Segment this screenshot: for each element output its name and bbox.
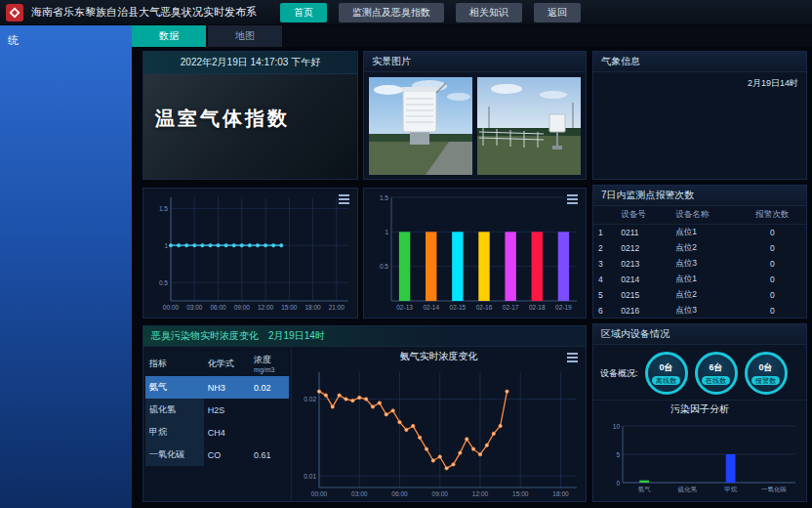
greenhouse-index-chart-panel: 0.511.500:0003:0006:0009:0012:0015:0018:… xyxy=(142,188,358,318)
svg-text:12:00: 12:00 xyxy=(258,304,274,311)
pollutant-concentration-panel: 恶臭污染物实时浓度变化 2月19日14时 指标化学式浓度mg/m3氨气NH30.… xyxy=(142,325,587,502)
chart-menu-icon[interactable] xyxy=(567,194,578,196)
svg-text:0.01: 0.01 xyxy=(304,473,316,480)
svg-text:02-19: 02-19 xyxy=(555,304,572,311)
svg-text:02-17: 02-17 xyxy=(503,304,519,311)
svg-text:03:00: 03:00 xyxy=(186,304,203,311)
page-headline: 温室气体指数 xyxy=(155,106,290,132)
svg-text:18:00: 18:00 xyxy=(304,304,321,311)
badge-alarm-count: 0台报警数 xyxy=(745,352,788,395)
alarm-table: 设备号设备名称报警次数10211点位1020212点位2030213点位3040… xyxy=(593,206,806,318)
alarm-table-row: 30213点位30 xyxy=(593,256,806,272)
svg-text:09:00: 09:00 xyxy=(432,490,449,497)
weather-body: 2月19日14时 xyxy=(593,72,806,180)
svg-text:02-14: 02-14 xyxy=(423,304,439,311)
svg-text:00:00: 00:00 xyxy=(163,304,180,311)
pollutant-row[interactable]: 硫化氢H2S xyxy=(145,399,289,421)
svg-text:12:00: 12:00 xyxy=(472,490,489,497)
daily-index-bar-chart: 0.511.502-1302-1402-1502-1602-1702-1802-… xyxy=(364,189,586,316)
pollutant-table: 指标化学式浓度mg/m3氨气NH30.02硫化氢H2S甲烷CH4一氧化碳CO0.… xyxy=(145,351,289,466)
svg-text:21:00: 21:00 xyxy=(329,304,345,311)
svg-text:1.5: 1.5 xyxy=(380,194,388,201)
svg-text:00:00: 00:00 xyxy=(311,490,328,497)
alarm-table-row: 50215点位20 xyxy=(593,287,806,303)
pollutant-row[interactable]: 氨气NH30.02 xyxy=(145,376,289,399)
greeting-panel: 2022年2月19日 14:17:03 下午好 温室气体指数 xyxy=(142,51,358,180)
alarm-table-row: 10211点位10 xyxy=(593,225,806,241)
svg-text:09:00: 09:00 xyxy=(234,304,251,311)
sidebar-label: 统 xyxy=(8,34,19,46)
alarm-panel-title: 7日内监测点报警次数 xyxy=(601,189,695,202)
svg-text:氨气: 氨气 xyxy=(638,486,652,492)
svg-text:15:00: 15:00 xyxy=(281,304,298,311)
site-photo-1 xyxy=(369,77,472,175)
chart-menu-icon[interactable] xyxy=(567,353,578,355)
svg-text:10: 10 xyxy=(613,423,621,430)
nh3-chart-title: 氨气实时浓度变化 xyxy=(292,347,586,363)
alarm-table-row: 20212点位20 xyxy=(593,240,806,256)
greeting-datetime: 2022年2月19日 14:17:03 下午好 xyxy=(143,52,357,74)
pollution-factor-chart: 0510氨气硫化氢甲烷一氧化碳 xyxy=(595,417,804,497)
svg-text:18:00: 18:00 xyxy=(552,490,569,497)
svg-text:15:00: 15:00 xyxy=(512,490,529,497)
svg-text:0.5: 0.5 xyxy=(159,279,168,286)
daily-index-bar-chart-panel: 0.511.502-1302-1402-1502-1602-1702-1802-… xyxy=(363,188,587,318)
weather-panel: 气象信息 2月19日14时 xyxy=(592,51,807,180)
badge-online-count: 6台在线数 xyxy=(695,352,738,395)
dashboard-root: 海南省乐东黎族自治县大气恶臭状况实时发布系 首页监测点及恶臭指数相关知识返回 统… xyxy=(0,0,812,508)
nav-home[interactable]: 首页 xyxy=(280,3,327,22)
svg-text:02-18: 02-18 xyxy=(529,304,546,311)
app-logo-icon xyxy=(6,4,23,21)
site-photo-2 xyxy=(477,77,581,175)
nav-back[interactable]: 返回 xyxy=(534,3,581,22)
nav-knowledge[interactable]: 相关知识 xyxy=(456,3,522,22)
svg-text:06:00: 06:00 xyxy=(391,490,408,497)
svg-text:5: 5 xyxy=(616,451,620,458)
device-overview-row: 设备概况: 0台离线数6台在线数0台报警数 xyxy=(593,345,806,400)
svg-text:硫化氢: 硫化氢 xyxy=(677,486,698,493)
svg-text:1.5: 1.5 xyxy=(159,205,168,212)
top-nav: 首页监测点及恶臭指数相关知识返回 xyxy=(280,3,581,22)
weather-timestamp: 2月19日14时 xyxy=(748,77,798,90)
device-panel-title: 区域内设备情况 xyxy=(601,327,670,341)
svg-text:甲烷: 甲烷 xyxy=(724,486,738,492)
pollutant-row[interactable]: 一氧化碳CO0.61 xyxy=(145,444,289,466)
alarm-table-row: 40214点位10 xyxy=(593,272,806,287)
chart-menu-icon[interactable] xyxy=(339,194,349,196)
svg-text:0.5: 0.5 xyxy=(380,263,388,270)
alarm-table-row: 60216点位30 xyxy=(593,303,806,318)
svg-text:1: 1 xyxy=(385,229,388,235)
app-title: 海南省乐东黎族自治县大气恶臭状况实时发布系 xyxy=(31,5,257,20)
view-tabs: 数据地图 xyxy=(132,25,812,47)
svg-text:1: 1 xyxy=(164,242,168,249)
device-status-panel: 区域内设备情况 设备概况: 0台离线数6台在线数0台报警数 污染因子分析 051… xyxy=(592,323,807,502)
nav-monitoring-odor-index[interactable]: 监测点及恶臭指数 xyxy=(339,3,444,22)
svg-text:02-16: 02-16 xyxy=(476,304,493,311)
weather-panel-title: 气象信息 xyxy=(601,55,640,68)
photos-panel: 实景图片 xyxy=(363,51,587,180)
site-photos xyxy=(364,72,586,180)
svg-text:02-15: 02-15 xyxy=(450,304,467,311)
pollutant-panel-timestamp: 2月19日14时 xyxy=(268,329,325,343)
nh3-concentration-chart: 0.010.0200:0003:0006:0009:0012:0015:0018… xyxy=(292,363,586,502)
pollutant-panel-title: 恶臭污染物实时浓度变化 xyxy=(151,329,259,343)
tab-map[interactable]: 地图 xyxy=(208,25,282,47)
svg-text:02-13: 02-13 xyxy=(396,304,413,311)
greenhouse-index-chart: 0.511.500:0003:0006:0009:0012:0015:0018:… xyxy=(143,189,357,316)
photos-panel-title: 实景图片 xyxy=(372,55,411,68)
svg-text:03:00: 03:00 xyxy=(351,490,368,497)
device-overview-label: 设备概况: xyxy=(600,367,638,380)
svg-text:0: 0 xyxy=(616,480,620,487)
nh3-chart-area: 氨气实时浓度变化 0.010.0200:0003:0006:0009:0012:… xyxy=(292,347,586,501)
side-nav[interactable]: 统 xyxy=(0,25,132,508)
greeting-body: 温室气体指数 xyxy=(143,74,357,179)
svg-text:0.02: 0.02 xyxy=(304,396,316,402)
badge-offline-count: 0台离线数 xyxy=(645,352,688,395)
svg-text:一氧化碳: 一氧化碳 xyxy=(761,486,788,493)
pollutant-row[interactable]: 甲烷CH4 xyxy=(145,421,289,444)
svg-text:06:00: 06:00 xyxy=(210,304,226,311)
alarm-count-panel: 7日内监测点报警次数 设备号设备名称报警次数10211点位1020212点位20… xyxy=(592,185,807,318)
top-bar: 海南省乐东黎族自治县大气恶臭状况实时发布系 首页监测点及恶臭指数相关知识返回 xyxy=(0,0,812,25)
factor-chart-title: 污染因子分析 xyxy=(593,400,806,417)
tab-data[interactable]: 数据 xyxy=(132,25,206,47)
